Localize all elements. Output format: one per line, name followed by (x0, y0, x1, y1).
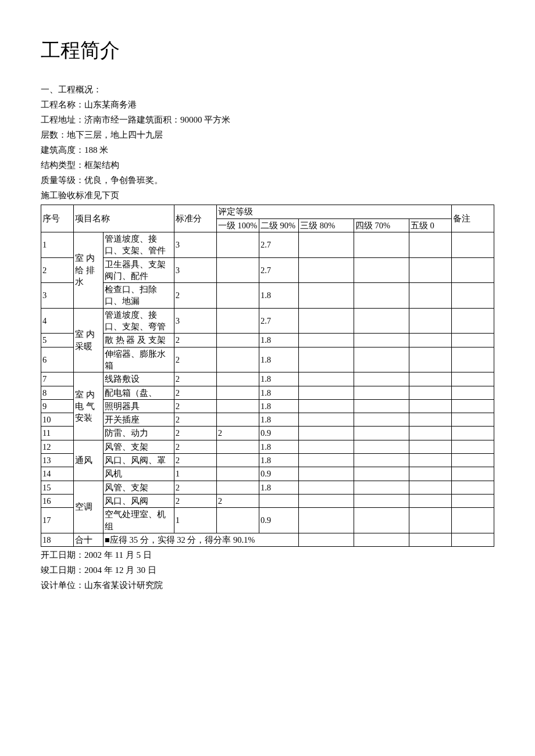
table-row: 14 风机 1 0.9 (41, 467, 494, 481)
cell-std: 1 (174, 467, 216, 481)
cell-item: 伸缩器、膨胀水箱 (104, 347, 174, 372)
table-header-row: 序号 项目名称 标准分 评定等级 备注 (41, 205, 494, 218)
cell-seq: 16 (41, 494, 74, 507)
cell-g2: 2.7 (259, 232, 298, 257)
cell-std: 2 (174, 481, 216, 494)
cell-g2: 2.7 (259, 257, 298, 283)
cell-g2: 0.9 (259, 508, 298, 533)
intro-height: 建筑高度：188 米 (41, 143, 494, 157)
cell-std: 2 (174, 440, 216, 453)
cell-seq: 15 (41, 481, 74, 494)
table-row: 11 防雷、动力 2 2 0.9 (41, 427, 494, 440)
cell-category: 通风 (73, 440, 103, 481)
col-grade-2: 二级 90% (259, 218, 298, 232)
cell-g2: 1.8 (259, 334, 298, 347)
cell-g2: 2.7 (259, 308, 298, 334)
cell-g2: 1.8 (259, 481, 298, 494)
cell-category: 室 内 电 气 安装 (73, 372, 103, 440)
cell-std: 1 (174, 508, 216, 533)
col-note: 备注 (451, 205, 494, 232)
page-title: 工程简介 (41, 35, 494, 66)
cell-std: 2 (174, 347, 216, 372)
cell-seq: 12 (41, 440, 74, 453)
acceptance-standard-table: 序号 项目名称 标准分 评定等级 备注 一级 100% 二级 90% 三级 80… (41, 205, 494, 547)
table-row: 16 风口、风阀 2 2 (41, 494, 494, 507)
cell-item: 防雷、动力 (104, 427, 174, 440)
col-project: 项目名称 (73, 205, 174, 232)
cell-g1 (216, 440, 259, 453)
cell-g2: 1.8 (259, 372, 298, 386)
table-row: 9 照明器具 2 1.8 (41, 399, 494, 413)
col-grade-4: 四级 70% (354, 218, 409, 232)
cell-g1 (216, 308, 259, 334)
cell-g2: 1.8 (259, 454, 298, 467)
cell-summary: ■应得 35 分，实得 32 分，得分率 90.1% (104, 533, 299, 546)
cell-std: 2 (174, 427, 216, 440)
cell-item: 卫生器具、支架阀门、配件 (104, 257, 174, 283)
cell-g1 (216, 257, 259, 283)
cell-g5 (409, 232, 451, 257)
cell-category: 室 内 给 排 水 (73, 232, 103, 308)
intro-structure: 结构类型：框架结构 (41, 158, 494, 172)
cell-std: 2 (174, 372, 216, 386)
intro-standard-note: 施工验收标准见下页 (41, 188, 494, 202)
cell-g2: 0.9 (259, 427, 298, 440)
cell-item: 检查口、扫除口、地漏 (104, 283, 174, 309)
cell-g1 (216, 372, 259, 386)
cell-seq: 8 (41, 386, 74, 399)
cell-std: 2 (174, 413, 216, 427)
cell-item: 空气处理室、机组 (104, 508, 174, 533)
cell-g1 (216, 399, 259, 413)
cell-g2: 1.8 (259, 413, 298, 427)
cell-category: 合十 (73, 533, 103, 546)
cell-std: 3 (174, 257, 216, 283)
col-grade: 评定等级 (216, 205, 451, 218)
col-grade-3: 三级 80% (299, 218, 354, 232)
cell-item: 开关插座 (104, 413, 174, 427)
table-row: 4 室 内 采暖 管道坡度、接口、支架、弯管 3 2.7 (41, 308, 494, 334)
cell-seq: 4 (41, 308, 74, 334)
col-seq: 序号 (41, 205, 74, 232)
cell-std: 2 (174, 399, 216, 413)
cell-g1 (216, 467, 259, 481)
cell-seq: 18 (41, 533, 74, 546)
cell-std: 2 (174, 283, 216, 309)
cell-std: 3 (174, 232, 216, 257)
cell-std: 3 (174, 308, 216, 334)
cell-item: 风管、支架 (104, 440, 174, 453)
cell-note (451, 232, 494, 257)
col-grade-1: 一级 100% (216, 218, 259, 232)
cell-seq: 9 (41, 399, 74, 413)
cell-g1: 2 (216, 494, 259, 507)
cell-std: 2 (174, 334, 216, 347)
cell-g4 (354, 232, 409, 257)
intro-address-area: 工程地址：济南市经一路建筑面积：90000 平方米 (41, 113, 494, 127)
cell-g2: 1.8 (259, 283, 298, 309)
cell-g1 (216, 454, 259, 467)
cell-seq: 17 (41, 508, 74, 533)
cell-category: 空调 (73, 481, 103, 533)
cell-seq: 14 (41, 467, 74, 481)
cell-seq: 13 (41, 454, 74, 467)
cell-seq: 10 (41, 413, 74, 427)
cell-seq: 5 (41, 334, 74, 347)
cell-seq: 1 (41, 232, 74, 257)
cell-g2: 1.8 (259, 347, 298, 372)
table-row: 7 室 内 电 气 安装 线路敷设 2 1.8 (41, 372, 494, 386)
cell-g1 (216, 481, 259, 494)
cell-g1 (216, 232, 259, 257)
table-row: 10 开关插座 2 1.8 (41, 413, 494, 427)
cell-item: 风机 (104, 467, 174, 481)
table-row: 13 风口、风阀、罩 2 1.8 (41, 454, 494, 467)
cell-std: 2 (174, 454, 216, 467)
cell-item: 照明器具 (104, 399, 174, 413)
intro-floors: 层数：地下三层，地上四十九层 (41, 128, 494, 142)
cell-seq: 3 (41, 283, 74, 309)
cell-g2: 1.8 (259, 399, 298, 413)
cell-seq: 7 (41, 372, 74, 386)
cell-g2 (259, 494, 298, 507)
table-row: 2 卫生器具、支架阀门、配件 3 2.7 (41, 257, 494, 283)
footer-designer: 设计单位：山东省某设计研究院 (41, 578, 494, 592)
cell-category: 室 内 采暖 (73, 308, 103, 372)
cell-item: 配电箱（盘、 (104, 386, 174, 399)
